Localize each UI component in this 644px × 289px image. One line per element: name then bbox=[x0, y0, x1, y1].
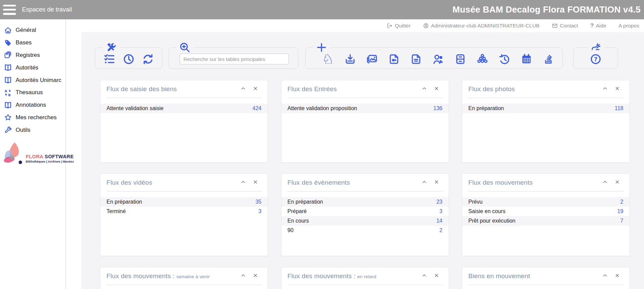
flux-row[interactable]: En cours14 bbox=[281, 216, 449, 226]
sidebar-item-thesaurus[interactable]: ABThesaurus bbox=[0, 86, 65, 99]
sidebar-item-autorites[interactable]: Autorités bbox=[0, 61, 65, 74]
close-icon[interactable] bbox=[434, 86, 440, 92]
users-icon[interactable] bbox=[432, 53, 444, 65]
stack-icon[interactable] bbox=[543, 53, 554, 65]
sidebar: GénéralBasesRegistresAutoritésAutorités … bbox=[0, 19, 66, 289]
collapse-icon[interactable] bbox=[602, 273, 608, 279]
collapse-icon[interactable] bbox=[240, 179, 247, 185]
flux-row[interactable]: Terminé3 bbox=[100, 207, 268, 216]
user-circle-icon bbox=[423, 23, 429, 29]
book-open-icon bbox=[4, 64, 12, 72]
collapse-icon[interactable] bbox=[602, 86, 608, 92]
wrench-icon bbox=[4, 126, 12, 134]
chess-knight-icon[interactable]: ♘ bbox=[322, 53, 334, 65]
flux-row-label: Prévu bbox=[468, 199, 483, 205]
card-rows: Attente validation proposition136 bbox=[281, 104, 449, 113]
close-icon[interactable] bbox=[614, 179, 621, 185]
flux-row[interactable]: En préparation23 bbox=[281, 197, 449, 207]
star-icon bbox=[4, 113, 12, 122]
close-icon[interactable] bbox=[253, 273, 259, 279]
flux-row-count: 2 bbox=[440, 227, 443, 233]
refresh-icon[interactable] bbox=[142, 53, 154, 65]
toolbar-group-g1 bbox=[95, 42, 162, 69]
utility-link-quitter[interactable]: Quitter bbox=[387, 23, 411, 29]
flux-row[interactable]: En préparation118 bbox=[462, 104, 629, 113]
flux-row-label: En préparation bbox=[106, 199, 142, 205]
book-open-icon bbox=[4, 101, 12, 109]
flux-row-count: 118 bbox=[614, 105, 623, 111]
flux-row-label: En préparation bbox=[288, 199, 323, 205]
flux-row[interactable]: 902 bbox=[281, 226, 449, 235]
sidebar-item-autorites-unimarc[interactable]: Autorités Unimarc bbox=[0, 74, 65, 86]
flux-row[interactable]: En préparation35 bbox=[100, 197, 268, 207]
flux-row-count: 23 bbox=[436, 199, 443, 205]
main-search-input[interactable] bbox=[180, 54, 289, 64]
card-rows: En préparation118 bbox=[462, 104, 629, 113]
clock-icon[interactable] bbox=[123, 53, 135, 65]
zoom-plus-icon[interactable] bbox=[179, 42, 191, 53]
close-icon[interactable] bbox=[253, 179, 259, 185]
document-icon[interactable] bbox=[410, 53, 422, 65]
history-icon[interactable] bbox=[499, 53, 510, 65]
import-icon[interactable] bbox=[344, 53, 356, 65]
photos-icon[interactable] bbox=[366, 53, 378, 65]
close-icon[interactable] bbox=[614, 86, 621, 92]
calendar-icon[interactable] bbox=[521, 53, 532, 65]
utility-link-apropos[interactable]: A propos bbox=[619, 23, 639, 29]
flux-row[interactable]: Prêt pour exécution7 bbox=[462, 216, 629, 226]
flux-row[interactable]: Préparé3 bbox=[281, 207, 449, 216]
sidebar-item-general[interactable]: Général bbox=[0, 24, 65, 37]
utility-link-aide[interactable]: ?Aide bbox=[590, 22, 606, 29]
collapse-icon[interactable] bbox=[602, 179, 608, 185]
sidebar-item-registres[interactable]: Registres bbox=[0, 49, 65, 62]
flux-row[interactable]: Attente validation proposition136 bbox=[281, 104, 449, 113]
utility-link-label: Administrateur-club ADMINISTRATEUR-CLUB bbox=[431, 23, 540, 29]
utility-link-label: A propos bbox=[619, 23, 639, 29]
flux-row[interactable]: Saisie en cours19 bbox=[462, 207, 629, 216]
sidebar-nav: GénéralBasesRegistresAutoritésAutorités … bbox=[0, 19, 65, 136]
snap-fingers-icon[interactable] bbox=[590, 42, 602, 53]
tag-icon bbox=[4, 39, 12, 47]
utility-link-user[interactable]: Administrateur-club ADMINISTRATEUR-CLUB bbox=[423, 23, 540, 29]
sidebar-item-bases[interactable]: Bases bbox=[0, 37, 65, 49]
help-icon[interactable]: ? bbox=[590, 53, 602, 65]
flux-row-count: 424 bbox=[252, 105, 261, 111]
close-icon[interactable] bbox=[434, 273, 440, 279]
flux-row-label: Saisie en cours bbox=[468, 208, 505, 214]
hamburger-menu-icon[interactable] bbox=[3, 5, 16, 15]
translate-icon: AB bbox=[4, 88, 12, 97]
sidebar-item-mes-recherches[interactable]: Mes recherches bbox=[0, 111, 65, 124]
card-title: Biens en mouvement bbox=[468, 272, 623, 280]
collapse-icon[interactable] bbox=[422, 179, 428, 185]
close-icon[interactable] bbox=[253, 86, 259, 92]
card-title: Flux des photos bbox=[468, 85, 623, 93]
card-separator bbox=[106, 191, 261, 191]
card-title: Flux des mouvements : en retard bbox=[288, 272, 443, 280]
collapse-icon[interactable] bbox=[240, 86, 247, 92]
close-icon[interactable] bbox=[614, 273, 621, 279]
sidebar-item-label: Autorités bbox=[16, 64, 38, 71]
card-flux-mouvements-semaine: Flux des mouvements : semaine à venir bbox=[100, 267, 268, 289]
card-flux-mouvements: Flux des mouvementsPrévu2Saisie en cours… bbox=[462, 173, 630, 256]
cluster-icon[interactable] bbox=[476, 53, 488, 65]
sidebar-item-outils[interactable]: Outils bbox=[0, 124, 65, 136]
checklist-icon[interactable] bbox=[103, 53, 115, 65]
card-separator bbox=[288, 285, 443, 285]
collapse-icon[interactable] bbox=[240, 273, 247, 279]
close-icon[interactable] bbox=[434, 179, 440, 185]
tools-icon[interactable] bbox=[105, 42, 117, 53]
collapse-icon[interactable] bbox=[422, 273, 428, 279]
card-separator bbox=[468, 285, 623, 285]
toolbar-group-g2 bbox=[169, 42, 298, 69]
sidebar-item-annotations[interactable]: Annotations bbox=[0, 99, 65, 111]
collapse-icon[interactable] bbox=[422, 86, 428, 92]
workspace-label: Espaces de travail bbox=[22, 6, 72, 13]
flux-row[interactable]: Prévu2 bbox=[462, 197, 629, 207]
flux-row[interactable]: Attente validation saisie424 bbox=[100, 104, 268, 113]
flux-row-count: 7 bbox=[620, 218, 623, 224]
card-biens-en-mouvement: Biens en mouvement bbox=[462, 267, 630, 289]
flux-row-label: En cours bbox=[288, 218, 309, 224]
video-file-icon[interactable] bbox=[388, 53, 400, 65]
archive-icon[interactable] bbox=[454, 53, 466, 65]
utility-link-contact[interactable]: Contact bbox=[552, 23, 578, 29]
